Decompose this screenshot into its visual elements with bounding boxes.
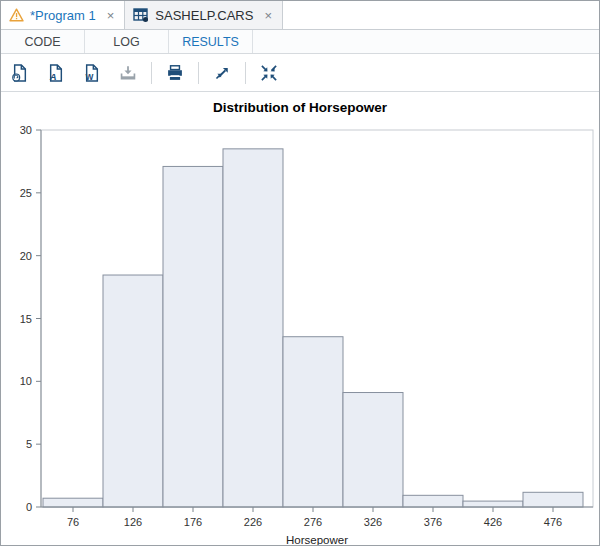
svg-text:W: W xyxy=(86,72,94,82)
histogram-bar xyxy=(343,393,403,507)
histogram-bar xyxy=(103,275,163,507)
tab-log[interactable]: LOG xyxy=(85,30,169,53)
download-icon xyxy=(118,63,138,83)
tab-label: *Program 1 xyxy=(30,8,96,23)
x-tick-label: 426 xyxy=(484,516,502,528)
download-pdf-results-button[interactable]: A xyxy=(43,60,69,86)
toolbar-divider xyxy=(198,62,199,84)
exit-maximized-view-button[interactable] xyxy=(256,60,282,86)
tab-label: SASHELP.CARS xyxy=(155,8,253,23)
document-tab-bar: *Program 1 × SASHELP.CARS × xyxy=(1,1,599,30)
open-new-window-icon xyxy=(212,63,232,83)
chart-title: Distribution of Horsepower xyxy=(1,92,599,120)
view-tab-bar: CODE LOG RESULTS xyxy=(1,30,599,54)
print-button[interactable] xyxy=(162,60,188,86)
y-tick-label: 25 xyxy=(20,187,32,199)
toolbar-divider xyxy=(151,62,152,84)
y-tick-label: 0 xyxy=(26,501,32,513)
histogram-bar xyxy=(223,149,283,507)
histogram-bar xyxy=(523,492,583,507)
x-tick-label: 126 xyxy=(124,516,142,528)
histogram-bar xyxy=(403,495,463,507)
tab-bar-spacer xyxy=(283,1,599,29)
x-tick-label: 176 xyxy=(184,516,202,528)
download-rtf-results-icon: W xyxy=(82,63,102,83)
results-toolbar: A W xyxy=(1,54,599,92)
x-tick-label: 476 xyxy=(544,516,562,528)
y-tick-label: 30 xyxy=(20,124,32,136)
tab-results[interactable]: RESULTS xyxy=(169,30,253,53)
download-button[interactable] xyxy=(115,60,141,86)
table-icon xyxy=(133,8,149,22)
y-tick-label: 10 xyxy=(20,375,32,387)
y-tick-label: 20 xyxy=(20,250,32,262)
tab-sashelp-cars[interactable]: SASHELP.CARS × xyxy=(125,1,283,29)
warning-icon xyxy=(9,8,24,22)
download-rtf-results-button[interactable]: W xyxy=(79,60,105,86)
x-tick-label: 276 xyxy=(304,516,322,528)
close-icon[interactable]: × xyxy=(106,9,116,22)
histogram-bar xyxy=(163,166,223,507)
close-icon[interactable]: × xyxy=(263,9,273,22)
horsepower-histogram: 05101520253076126176226276326376426476Ho… xyxy=(1,120,599,545)
download-pdf-results-icon: A xyxy=(46,63,66,83)
x-tick-label: 76 xyxy=(67,516,79,528)
y-tick-label: 15 xyxy=(20,313,32,325)
tab-program-1[interactable]: *Program 1 × xyxy=(1,1,125,29)
print-icon xyxy=(165,63,185,83)
histogram-bar xyxy=(463,501,523,507)
histogram-bar xyxy=(43,498,103,507)
toolbar-divider xyxy=(245,62,246,84)
exit-maximized-view-icon xyxy=(259,63,279,83)
histogram-bar xyxy=(283,337,343,507)
results-panel: Distribution of Horsepower 0510152025307… xyxy=(1,92,599,546)
x-axis-title: Horsepower xyxy=(286,534,348,545)
svg-text:A: A xyxy=(49,71,57,82)
tab-code[interactable]: CODE xyxy=(1,30,85,53)
x-tick-label: 376 xyxy=(424,516,442,528)
y-tick-label: 5 xyxy=(26,438,32,450)
download-html-results-button[interactable] xyxy=(7,60,33,86)
x-tick-label: 326 xyxy=(364,516,382,528)
x-tick-label: 226 xyxy=(244,516,262,528)
download-html-results-icon xyxy=(10,63,30,83)
open-new-window-button[interactable] xyxy=(209,60,235,86)
sas-studio-window: *Program 1 × SASHELP.CARS × CODE LOG RES… xyxy=(0,0,600,546)
